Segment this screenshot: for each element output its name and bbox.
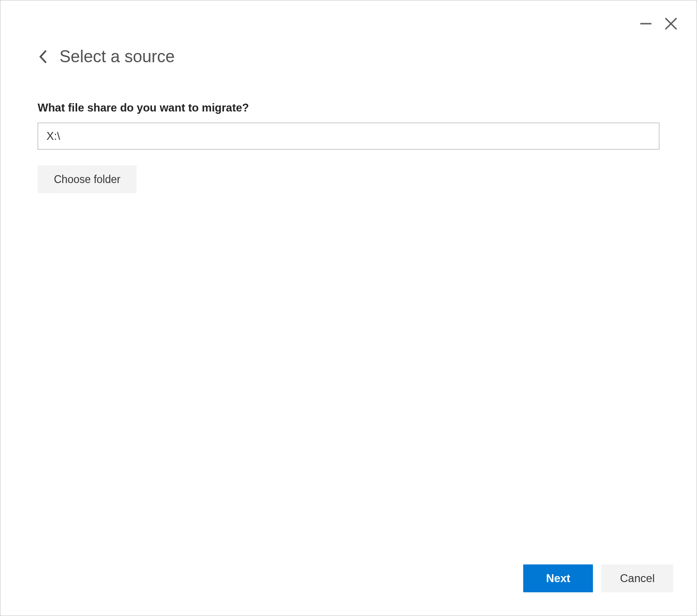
dialog-content: Select a source What file share do you w… <box>0 0 697 564</box>
minimize-button[interactable] <box>639 17 652 30</box>
dialog-footer: Next Cancel <box>0 564 697 616</box>
header-row: Select a source <box>38 47 659 66</box>
spacer <box>38 193 659 546</box>
minimize-icon <box>639 17 652 30</box>
page-title: Select a source <box>59 47 175 66</box>
file-share-label: What file share do you want to migrate? <box>38 101 659 114</box>
next-button[interactable]: Next <box>523 564 593 592</box>
choose-folder-button[interactable]: Choose folder <box>38 165 137 193</box>
dialog-window: Select a source What file share do you w… <box>0 0 697 616</box>
chevron-left-icon <box>38 49 48 65</box>
close-button[interactable] <box>664 17 678 31</box>
back-button[interactable] <box>38 49 48 65</box>
close-icon <box>664 17 678 31</box>
file-share-path-input[interactable] <box>38 123 659 150</box>
window-controls <box>639 17 678 31</box>
cancel-button[interactable]: Cancel <box>601 564 673 592</box>
